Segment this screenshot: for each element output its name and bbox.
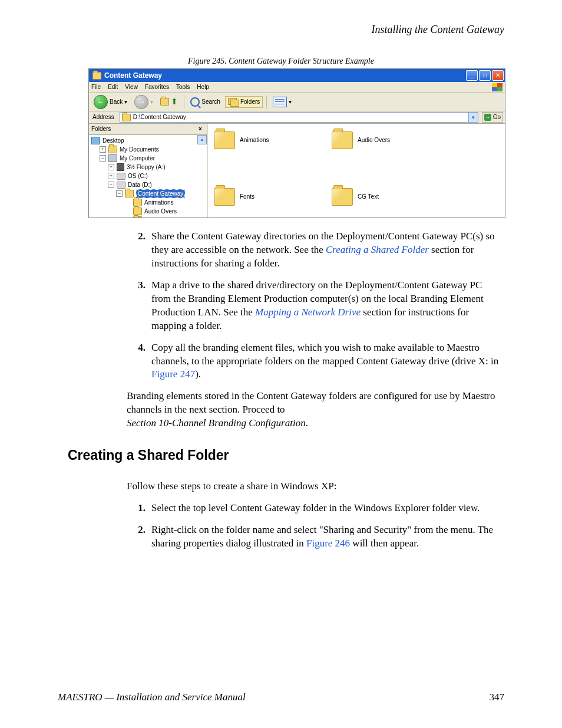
tree-label: Desktop (103, 137, 124, 145)
window-title: Content Gateway (104, 71, 162, 80)
up-button[interactable]: ⬆ (158, 95, 180, 109)
menu-view[interactable]: View (125, 83, 138, 91)
back-button[interactable]: ← Back ▾ (91, 94, 130, 110)
folders-pane: Folders × ▴ Desktop + My Documents (89, 124, 207, 218)
tree-content-gateway[interactable]: − Content Gateway (91, 189, 206, 198)
tree-data-d[interactable]: − Data (D:) (91, 180, 206, 189)
folder-icon (125, 190, 134, 197)
folder-label: Audio Overs (358, 136, 390, 144)
folder-icon (92, 72, 101, 80)
floppy-icon (117, 163, 124, 171)
chevron-down-icon: ▾ (289, 98, 292, 106)
chevron-down-icon: ▾ (124, 98, 127, 106)
expand-icon[interactable]: + (108, 164, 114, 170)
tree-animations[interactable]: Animations (91, 198, 206, 207)
text-run: Copy all the branding element files, whi… (151, 342, 498, 367)
menu-edit[interactable]: Edit (108, 83, 118, 91)
desktop-icon (91, 137, 100, 144)
windows-flag-icon (492, 83, 503, 91)
address-dropdown-icon[interactable]: ▾ (468, 113, 478, 122)
address-label: Address (91, 113, 116, 121)
link-figure-246[interactable]: Figure 246 (306, 538, 350, 549)
tree-desktop[interactable]: Desktop (91, 136, 206, 145)
figure-caption: Figure 245. Content Gateway Folder Struc… (0, 56, 562, 67)
chevron-down-icon: ▾ (150, 98, 153, 106)
tree-label: Audio Overs (144, 207, 177, 216)
folder-icon (214, 188, 235, 206)
search-button[interactable]: Search (188, 96, 223, 108)
folder-tree: ▴ Desktop + My Documents − My Computer (89, 135, 207, 218)
tree-label: Animations (144, 199, 173, 207)
step-text-4: Copy all the branding element files, whi… (151, 341, 504, 382)
step-text-1: Select the top level Content Gateway fol… (151, 502, 504, 515)
folder-item-animations[interactable]: Animations (214, 130, 296, 151)
tree-label: 3½ Floppy (A:) (127, 163, 166, 172)
forward-button[interactable]: → ▾ (132, 94, 156, 110)
running-header: Installing the Content Gateway (372, 22, 504, 37)
link-creating-shared-folder[interactable]: Creating a Shared Folder (326, 244, 429, 255)
folder-label: CG Text (358, 193, 379, 201)
link-figure-247[interactable]: Figure 247 (151, 368, 195, 380)
folders-label: Folders (240, 98, 260, 106)
folder-icon (133, 199, 142, 206)
folder-icon (332, 188, 353, 206)
tree-label: OS (C:) (128, 172, 148, 180)
menu-help[interactable]: Help (197, 83, 209, 91)
tree-label-selected: Content Gateway (136, 189, 185, 199)
folders-button[interactable]: Folders (225, 96, 263, 108)
step-text-2: Share the Content Gateway directories on… (151, 230, 504, 271)
step-text-2b: Right-click on the folder name and selec… (151, 523, 504, 551)
page-number: 347 (490, 691, 505, 704)
text-run: will then appear. (350, 538, 419, 549)
menu-favorites[interactable]: Favorites (145, 83, 169, 91)
close-button[interactable]: ✕ (492, 70, 504, 81)
tree-audio-overs[interactable]: Audio Overs (91, 207, 206, 216)
folder-label: Animations (240, 136, 269, 144)
collapse-icon[interactable]: − (108, 182, 114, 188)
views-button[interactable]: ▾ (270, 95, 294, 108)
folder-icon (133, 207, 142, 215)
intro-paragraph: Follow these steps to create a share in … (127, 480, 504, 493)
menu-bar: File Edit View Favorites Tools Help (89, 82, 505, 93)
search-label: Search (201, 98, 220, 106)
tree-label: CG Text (144, 216, 166, 218)
tree-cg-text[interactable]: CG Text (91, 216, 206, 218)
tree-os-c[interactable]: + OS (C:) (91, 172, 206, 180)
folder-item-audio-overs[interactable]: Audio Overs (332, 130, 414, 151)
back-label: Back (110, 98, 123, 106)
address-input[interactable]: D:\Content Gateway ▾ (120, 112, 478, 123)
collapse-icon[interactable]: − (100, 155, 106, 162)
step-number-3: 3. (127, 279, 151, 333)
menu-tools[interactable]: Tools (176, 83, 190, 91)
explorer-window: Content Gateway _ □ ✕ File Edit View Fav… (88, 68, 505, 218)
toolbar: ← Back ▾ → ▾ ⬆ Search Folders (89, 93, 505, 111)
folder-label: Fonts (240, 193, 254, 201)
folder-item-fonts[interactable]: Fonts (214, 186, 296, 207)
content-pane: Animations Audio Overs Fonts CG Text Sti… (207, 124, 505, 218)
back-icon: ← (94, 95, 108, 109)
expand-icon[interactable]: + (100, 146, 106, 153)
tree-my-documents[interactable]: + My Documents (91, 145, 206, 154)
go-button[interactable]: → Go (482, 112, 503, 123)
disk-icon (117, 182, 125, 189)
folder-item-cg-text[interactable]: CG Text (332, 186, 414, 207)
step-number-1: 1. (127, 502, 151, 515)
scroll-up-button[interactable]: ▴ (197, 135, 207, 144)
tree-label: Data (D:) (128, 181, 152, 189)
views-icon (273, 97, 287, 107)
maximize-button[interactable]: □ (479, 70, 491, 81)
go-label: Go (493, 113, 501, 121)
tree-floppy[interactable]: + 3½ Floppy (A:) (91, 163, 206, 172)
folder-icon (108, 146, 117, 153)
menu-file[interactable]: File (91, 83, 101, 91)
minimize-button[interactable]: _ (466, 70, 478, 81)
close-pane-button[interactable]: × (196, 125, 204, 133)
tree-my-computer[interactable]: − My Computer (91, 154, 206, 163)
text-italic: Section 10-Channel Branding Configuratio… (127, 417, 306, 429)
collapse-icon[interactable]: − (116, 190, 123, 197)
computer-icon (108, 154, 117, 162)
link-mapping-network-drive[interactable]: Mapping a Network Drive (255, 307, 361, 318)
expand-icon[interactable]: + (108, 173, 114, 179)
folder-icon (332, 131, 353, 149)
footer-title: MAESTRO — Installation and Service Manua… (58, 691, 246, 704)
